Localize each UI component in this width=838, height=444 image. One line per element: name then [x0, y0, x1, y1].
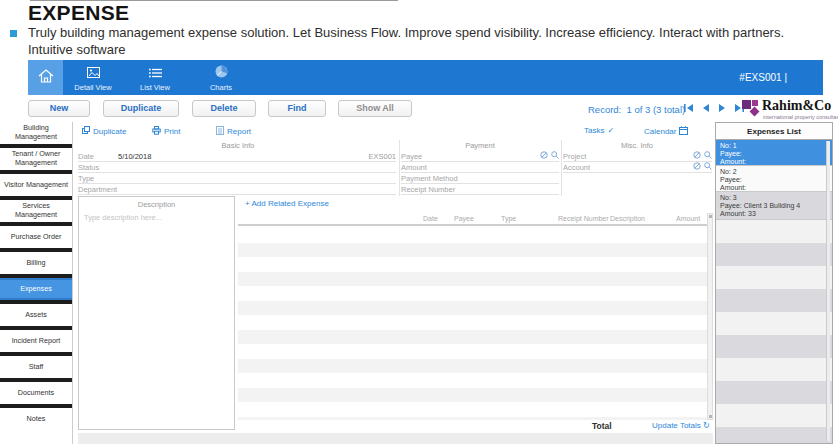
- tab-label: Charts: [210, 83, 232, 92]
- item-amount: Amount:: [720, 158, 828, 166]
- total-label: Total: [592, 421, 612, 431]
- field-label: Date: [78, 152, 118, 161]
- link-label: Tasks: [584, 126, 604, 135]
- first-record-icon[interactable]: [684, 104, 694, 112]
- column-header-date: Date: [423, 215, 438, 222]
- brand-logo: Rahim&Co international property consulta…: [742, 98, 838, 124]
- sidebar-item-incident-report[interactable]: Incident Report: [0, 330, 72, 352]
- basic-info-section-title: Basic Info: [78, 141, 398, 150]
- sidebar-item-documents[interactable]: Documents: [0, 382, 72, 404]
- field-label: Amount: [401, 163, 427, 172]
- date-field[interactable]: Date 5/10/2018 EXS001: [78, 151, 396, 162]
- bottom-strip: [78, 433, 713, 444]
- sidebar-item-notes[interactable]: Notes: [0, 408, 72, 430]
- tab-detail-view[interactable]: Detail View: [60, 64, 126, 92]
- project-field[interactable]: Project: [563, 151, 712, 162]
- module-sidebar: Building Management Tenant / Owner Manag…: [0, 122, 73, 444]
- related-expenses-header: Date Payee Type Receipt Number Descripti…: [238, 213, 707, 226]
- search-icon[interactable]: [551, 151, 559, 161]
- expense-list-item-3[interactable]: No: 3 Payee: Client 3 Building 4 Amount:…: [716, 192, 832, 220]
- section-divider: [399, 140, 400, 196]
- field-label: Status: [78, 163, 99, 172]
- copy-icon: [82, 126, 90, 136]
- sidebar-item-assets[interactable]: Assets: [0, 304, 72, 326]
- duplicate-record-link[interactable]: Duplicate: [82, 126, 126, 136]
- item-no: No: 3: [720, 194, 828, 202]
- show-all-button[interactable]: Show All: [338, 100, 412, 117]
- update-totals-link[interactable]: Update Totals ↻: [652, 421, 710, 430]
- sidebar-item-building-management[interactable]: Building Management: [0, 122, 72, 144]
- sidebar-item-expenses[interactable]: Expenses: [0, 278, 72, 300]
- expense-list-item-2[interactable]: No: 2 Payee: Amount:: [716, 166, 832, 192]
- link-label: Print: [164, 127, 180, 136]
- clear-field-icon[interactable]: [693, 151, 701, 161]
- field-label: Receipt Number: [401, 185, 455, 194]
- column-header-payee: Payee: [454, 215, 474, 222]
- account-field[interactable]: Account: [563, 162, 712, 173]
- list-scrollbar[interactable]: [826, 141, 830, 441]
- sidebar-item-billing[interactable]: Billing: [0, 252, 72, 274]
- expense-list-item-1[interactable]: No: 1 Payee: Amount:: [716, 140, 832, 166]
- link-label: Update Totals: [652, 421, 701, 430]
- next-record-icon[interactable]: [718, 104, 726, 112]
- sidebar-item-staff[interactable]: Staff: [0, 356, 72, 378]
- search-icon[interactable]: [704, 151, 712, 161]
- print-link[interactable]: Print: [152, 126, 180, 137]
- record-value: 1 of 3 (3 total): [627, 104, 686, 115]
- calendar-icon: [679, 126, 688, 137]
- expenses-list-panel: Expenses List No: 1 Payee: Amount: No: 2…: [715, 122, 833, 444]
- item-amount: Amount:: [720, 184, 828, 192]
- receipt-number-field[interactable]: Receipt Number: [401, 184, 559, 195]
- tab-charts[interactable]: Charts: [194, 64, 248, 92]
- expense-app-window: EXPENSE Truly building management expens…: [0, 0, 838, 444]
- description-input[interactable]: [79, 209, 234, 414]
- tab-label: Detail View: [74, 83, 111, 92]
- sidebar-item-tenant-owner-management[interactable]: Tenant / Owner Management: [0, 148, 72, 170]
- report-icon: [216, 126, 224, 137]
- record-label: Record:: [588, 104, 621, 115]
- table-scrollbar[interactable]: [707, 213, 713, 420]
- refresh-icon: ↻: [703, 421, 710, 430]
- sidebar-item-services-management[interactable]: Services Management: [0, 200, 72, 222]
- search-icon[interactable]: [704, 162, 712, 172]
- calendar-link[interactable]: Calendar: [644, 126, 688, 137]
- sidebar-item-visitor-management[interactable]: Visitor Management: [0, 174, 72, 196]
- payee-field[interactable]: Payee: [401, 151, 559, 162]
- column-header-description: Description: [610, 215, 645, 222]
- scroll-down-icon[interactable]: [709, 415, 712, 418]
- page-title: EXPENSE: [28, 1, 129, 25]
- description-title: Description: [79, 197, 234, 209]
- previous-record-icon[interactable]: [702, 104, 710, 112]
- department-field[interactable]: Department: [78, 184, 396, 195]
- tab-list-view[interactable]: List View: [126, 64, 184, 92]
- brand-tagline: international property consultants: [763, 114, 838, 120]
- column-header-receipt-number: Receipt Number: [558, 215, 609, 222]
- add-related-expense-link[interactable]: + Add Related Expense: [245, 199, 329, 208]
- description-panel: Description: [78, 196, 235, 430]
- amount-field[interactable]: Amount: [401, 162, 559, 173]
- misc-info-section-title: Misc. Info: [562, 141, 712, 150]
- duplicate-button[interactable]: Duplicate: [103, 100, 179, 117]
- tasks-link[interactable]: Tasks ✓: [584, 126, 614, 135]
- bullet-icon: [10, 30, 17, 37]
- find-button[interactable]: Find: [268, 100, 326, 117]
- payment-method-field[interactable]: Payment Method: [401, 173, 559, 184]
- section-divider: [561, 140, 562, 196]
- clear-field-icon[interactable]: [693, 162, 701, 172]
- scroll-up-icon[interactable]: [709, 215, 712, 218]
- new-button[interactable]: New: [28, 100, 90, 117]
- sidebar-item-purchase-order[interactable]: Purchase Order: [0, 226, 72, 248]
- item-no: No: 1: [720, 142, 828, 150]
- clear-field-icon[interactable]: [540, 151, 548, 161]
- home-button[interactable]: [28, 60, 63, 95]
- report-link[interactable]: Report: [216, 126, 251, 137]
- related-expenses-rows[interactable]: [238, 228, 707, 420]
- type-field[interactable]: Type: [78, 173, 396, 184]
- item-payee: Payee: Client 3 Building 4: [720, 202, 828, 210]
- field-label: Type: [78, 174, 94, 183]
- item-amount: Amount: 33: [720, 210, 828, 218]
- status-field[interactable]: Status: [78, 162, 396, 173]
- link-label: Report: [227, 127, 251, 136]
- delete-button[interactable]: Delete: [192, 100, 256, 117]
- item-no: No: 2: [720, 168, 828, 176]
